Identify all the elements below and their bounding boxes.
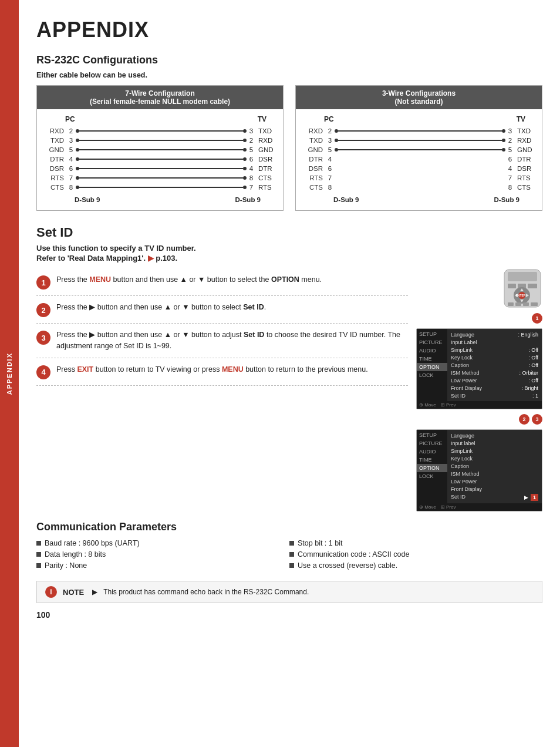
wire-row-cts: CTS 8 7 RTS xyxy=(42,183,278,191)
3wire-body: PC TV RXD 2 3 TXD TXD 3 xyxy=(296,109,542,210)
tv-content-1: Language: English Input Label SimpLink: … xyxy=(447,329,542,401)
3wire-row-cts: CTS 8 8 CTS xyxy=(301,183,537,191)
comm-datalength: Data length : 8 bits xyxy=(36,550,289,558)
tv2-item-setup: SETUP xyxy=(417,431,447,439)
setid-layout: 1 Press the MENU button and then use ▲ o… xyxy=(36,268,542,512)
svg-rect-12 xyxy=(508,302,514,306)
7wire-header: 7-Wire Configuration (Serial female-fema… xyxy=(37,86,283,109)
comm-params-columns: Baud rate : 9600 bps (UART) Data length … xyxy=(36,539,542,573)
tv-menu-screen-1: SETUP PICTURE AUDIO TIME OPTION LOCK Lan… xyxy=(416,328,542,409)
tv-menu-screen-2: SETUP PICTURE AUDIO TIME OPTION LOCK Lan… xyxy=(416,429,542,512)
svg-rect-14 xyxy=(523,302,529,306)
rs232c-heading: RS-232C Configurations xyxy=(36,54,542,66)
3wire-row-txd: TXD 3 2 RXD xyxy=(301,136,537,144)
comm-baud: Baud rate : 9600 bps (UART) xyxy=(36,539,289,547)
tv-footer-1: ⊕ Move⊞ Prev xyxy=(417,401,542,409)
svg-rect-4 xyxy=(528,284,537,288)
step-1-text: Press the MENU button and then use ▲ or … xyxy=(56,274,408,285)
set-id-refer: Refer to 'Real Data Mapping1'. ▶ p.103. xyxy=(36,254,542,263)
wire-row-dsr: DSR 6 4 DTR xyxy=(42,164,278,173)
tv2-entry-keylock: Key Lock xyxy=(451,455,538,462)
bullet-icon xyxy=(289,563,294,568)
step-3: 3 Press the ▶ button and then use ▲ or ▼… xyxy=(36,324,408,358)
badge-1-row: 1 xyxy=(416,313,542,324)
7wire-dsub: D-Sub 9 D-Sub 9 xyxy=(42,193,278,203)
svg-rect-15 xyxy=(531,302,538,306)
comm-params-left: Baud rate : 9600 bps (UART) Data length … xyxy=(36,539,289,573)
bullet-icon xyxy=(36,541,41,546)
wiring-diagrams: 7-Wire Configuration (Serial female-fema… xyxy=(36,85,542,211)
comm-params-section: Communication Parameters Baud rate : 960… xyxy=(36,521,542,573)
note-arrow: ▶ xyxy=(92,588,97,596)
comm-cable-text: Use a crossed (reverse) cable. xyxy=(298,561,397,570)
step-3-circle: 3 xyxy=(36,331,50,345)
tv2-entry-language: Language xyxy=(451,432,538,439)
remote-control-icon: ENTER xyxy=(475,268,542,308)
comm-cable: Use a crossed (reverse) cable. xyxy=(289,561,542,570)
badge-23-row: 2 3 xyxy=(416,414,542,425)
3wire-row-rxd: RXD 2 3 TXD xyxy=(301,127,537,135)
7-wire-diagram: 7-Wire Configuration (Serial female-fema… xyxy=(36,85,284,211)
comm-code: Communication code : ASCII code xyxy=(289,550,542,558)
tv2-entry-caption: Caption xyxy=(451,462,538,470)
7wire-col-labels: PC TV xyxy=(42,115,278,126)
step-3-text: Press the ▶ button and then use ▲ or ▼ b… xyxy=(56,329,408,352)
tv-entry-setid: Set ID: 1 xyxy=(451,392,538,399)
tv2-item-lock: LOCK xyxy=(417,472,447,480)
note-label: NOTE xyxy=(63,588,84,597)
comm-parity-text: Parity : None xyxy=(45,561,87,570)
tv2-item-option: OPTION xyxy=(417,464,447,472)
tv2-entry-lowpower: Low Power xyxy=(451,477,538,485)
tv-sidebar-1: SETUP PICTURE AUDIO TIME OPTION LOCK xyxy=(417,329,447,401)
wire-row-dtr: DTR 4 6 DSR xyxy=(42,155,278,163)
sidebar-label: APPENDIX xyxy=(6,352,13,395)
tv2-item-time: TIME xyxy=(417,456,447,464)
svg-text:ENTER: ENTER xyxy=(516,294,526,297)
wire-row-txd: TXD 3 2 RXD xyxy=(42,136,278,144)
main-content: APPENDIX RS-232C Configurations Either c… xyxy=(19,0,560,747)
tv-item-setup: SETUP xyxy=(417,330,447,338)
svg-rect-13 xyxy=(515,302,521,306)
note-icon: i xyxy=(45,586,57,598)
rs232c-subtitle: Either cable below can be used. xyxy=(36,71,542,79)
bullet-icon xyxy=(36,563,41,568)
page-title: APPENDIX xyxy=(36,18,542,42)
tv2-item-audio: AUDIO xyxy=(417,447,447,456)
wire-row-rts: RTS 7 8 CTS xyxy=(42,174,278,182)
bullet-icon xyxy=(289,541,294,546)
tv-entry-language: Language: English xyxy=(451,331,538,338)
step-2-circle: 2 xyxy=(36,303,50,317)
3wire-dsub: D-Sub 9 D-Sub 9 xyxy=(301,193,537,203)
tv-sidebar-2: SETUP PICTURE AUDIO TIME OPTION LOCK xyxy=(417,430,447,503)
page-number: 100 xyxy=(36,610,542,620)
svg-rect-2 xyxy=(508,284,516,288)
3-wire-diagram: 3-Wire Configurations (Not standard) PC … xyxy=(295,85,542,211)
comm-code-text: Communication code : ASCII code xyxy=(298,550,409,558)
tv-item-option: OPTION xyxy=(417,363,447,371)
svg-rect-1 xyxy=(508,272,537,281)
rs232c-section: RS-232C Configurations Either cable belo… xyxy=(36,54,542,211)
set-id-heading: Set ID xyxy=(36,225,542,240)
note-box: i NOTE ▶ This product has command echo b… xyxy=(36,581,542,603)
tv2-entry-ism: ISM Method xyxy=(451,470,538,477)
tv-entry-ism: ISM Method: Orbiter xyxy=(451,369,538,376)
bullet-icon xyxy=(289,552,294,557)
tv-content-2: Language Input label SimpLink Key Lock C… xyxy=(447,430,542,503)
3wire-header: 3-Wire Configurations (Not standard) xyxy=(296,86,542,109)
set-id-section: Set ID Use this function to specify a TV… xyxy=(36,225,542,512)
3wire-row-dtr: DTR 4 6 DTR xyxy=(301,155,537,163)
tv-item-time: TIME xyxy=(417,355,447,363)
step-4: 4 Press EXIT button to return to TV view… xyxy=(36,358,408,386)
step-1: 1 Press the MENU button and then use ▲ o… xyxy=(36,268,408,296)
comm-datalength-text: Data length : 8 bits xyxy=(45,550,106,558)
tv-entry-input: Input Label xyxy=(451,338,538,346)
comm-stopbit: Stop bit : 1 bit xyxy=(289,539,542,547)
wire-row-rxd: RXD 2 3 TXD xyxy=(42,127,278,135)
tv-item-audio: AUDIO xyxy=(417,346,447,355)
tv-item-picture: PICTURE xyxy=(417,338,447,346)
comm-params-heading: Communication Parameters xyxy=(36,521,542,533)
comm-baud-text: Baud rate : 9600 bps (UART) xyxy=(45,539,140,547)
step-2-text: Press the ▶ button and then use ▲ or ▼ b… xyxy=(56,302,408,313)
tv-entry-simplink: SimpLink: Off xyxy=(451,346,538,354)
step-4-text: Press EXIT button to return to TV viewin… xyxy=(56,364,408,375)
